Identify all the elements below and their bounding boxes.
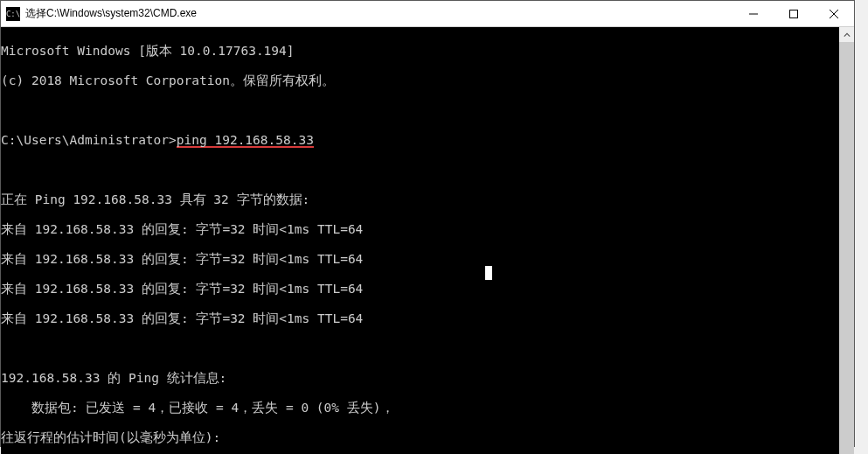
- scroll-track[interactable]: [839, 42, 854, 454]
- terminal[interactable]: Microsoft Windows [版本 10.0.17763.194] (c…: [1, 27, 839, 454]
- vertical-scrollbar[interactable]: [839, 27, 854, 454]
- window-controls: [733, 1, 854, 26]
- stats-packets: 数据包: 已发送 = 4，已接收 = 4，丢失 = 0 (0% 丢失)，: [1, 401, 839, 416]
- blank-line: [1, 341, 839, 356]
- banner-line: Microsoft Windows [版本 10.0.17763.194]: [1, 44, 839, 59]
- prompt-prefix: C:\Users\Administrator>: [1, 133, 177, 147]
- svg-rect-1: [790, 10, 798, 17]
- cmd-window: C:\ 选择C:\Windows\system32\CMD.exe Micros…: [0, 0, 855, 447]
- stats-header: 192.168.58.33 的 Ping 统计信息:: [1, 371, 839, 386]
- prompt-line: C:\Users\Administrator>ping 192.168.58.3…: [1, 133, 839, 148]
- scroll-thumb[interactable]: [839, 42, 854, 454]
- ping-reply: 来自 192.168.58.33 的回复: 字节=32 时间<1ms TTL=6…: [1, 311, 839, 326]
- ping-reply: 来自 192.168.58.33 的回复: 字节=32 时间<1ms TTL=6…: [1, 252, 839, 267]
- ping-reply: 来自 192.168.58.33 的回复: 字节=32 时间<1ms TTL=6…: [1, 222, 839, 237]
- scroll-up-button[interactable]: [839, 27, 854, 42]
- ping-reply: 来自 192.168.58.33 的回复: 字节=32 时间<1ms TTL=6…: [1, 282, 839, 297]
- terminal-area: Microsoft Windows [版本 10.0.17763.194] (c…: [1, 27, 854, 454]
- app-icon: C:\: [6, 7, 20, 21]
- close-button[interactable]: [814, 1, 854, 26]
- blank-line: [1, 163, 839, 178]
- blank-line: [1, 103, 839, 118]
- ping-header: 正在 Ping 192.168.58.33 具有 32 字节的数据:: [1, 192, 839, 207]
- selection-cursor: [485, 266, 492, 280]
- window-title: 选择C:\Windows\system32\CMD.exe: [25, 6, 733, 21]
- titlebar[interactable]: C:\ 选择C:\Windows\system32\CMD.exe: [1, 1, 854, 27]
- copyright-line: (c) 2018 Microsoft Corporation。保留所有权利。: [1, 73, 839, 88]
- ping-command: ping 192.168.58.33: [177, 134, 314, 148]
- minimize-button[interactable]: [733, 1, 774, 26]
- rtt-header: 往返行程的估计时间(以毫秒为单位):: [1, 430, 839, 445]
- maximize-button[interactable]: [774, 1, 814, 26]
